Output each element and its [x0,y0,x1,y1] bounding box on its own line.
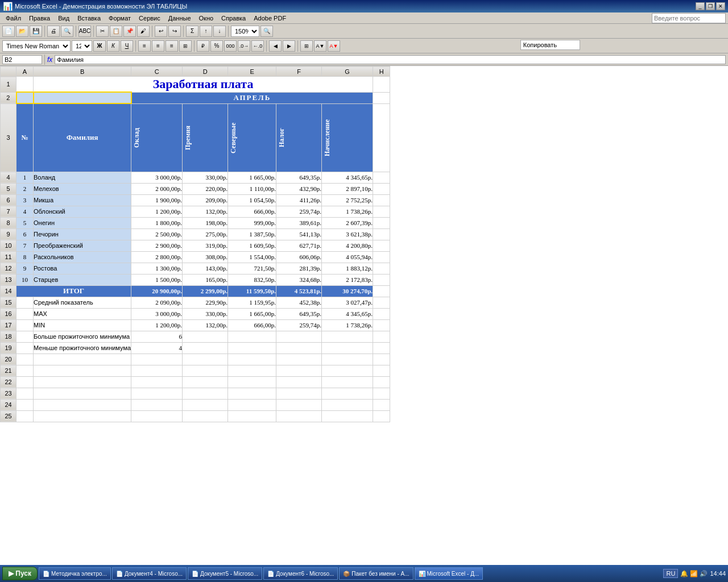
cell-E15[interactable]: 1 159,95р. [228,297,276,308]
taskbar-item-3[interactable]: 📄 Документ5 - Microso... [188,567,262,580]
menu-edit[interactable]: Правка [26,14,53,22]
font-select[interactable]: Times New Roman [2,40,71,52]
cell-itog-accrual[interactable]: 30 274,70р. [322,285,373,297]
cell-A16[interactable] [16,308,34,319]
row-header-11[interactable]: 11 [1,251,16,263]
cell-H5[interactable] [373,183,390,194]
row-header-2[interactable]: 2 [1,92,16,103]
cell-C18[interactable]: 6 [131,331,183,342]
cell-C16[interactable]: 3 000,00р. [131,308,183,319]
row-header-25[interactable]: 25 [1,410,16,422]
cell-D19[interactable] [183,342,228,354]
new-button[interactable]: 📄 [2,26,15,37]
cell-E11[interactable]: 1 554,00р. [228,251,276,263]
cell-C15[interactable]: 2 090,00р. [131,297,183,308]
preview-button[interactable]: 🔍 [61,26,73,37]
cell-D9[interactable]: 275,00р. [183,228,228,240]
cell-B12[interactable]: Ростова [34,263,131,274]
cell-G4[interactable]: 4 345,65р. [322,172,373,183]
cell-H11[interactable] [373,251,390,263]
cell-E5[interactable]: 1 110,00р. [228,183,276,194]
restore-button[interactable]: ❐ [706,2,715,10]
row-header-12[interactable]: 12 [1,263,16,274]
taskbar-item-1[interactable]: 📄 Методичка электро... [39,567,111,580]
cell-F16[interactable]: 649,35р. [276,308,322,319]
sort-desc[interactable]: ↓ [213,26,226,37]
row-header-7[interactable]: 7 [1,206,16,217]
help-search[interactable] [652,13,726,23]
cell-B10[interactable]: Преображенский [34,240,131,251]
merge-center[interactable]: ⊞ [179,40,192,52]
cell-F6[interactable]: 411,26р. [276,194,322,206]
col-header-B[interactable]: B [34,66,131,77]
row-header-13[interactable]: 13 [1,274,16,285]
cell-B16[interactable]: MAX [34,308,131,319]
cell-B18[interactable]: Больше прожиточного минимума [34,331,131,342]
cell-D7[interactable]: 132,00р. [183,206,228,217]
cell-F3-header[interactable]: Налог [276,103,322,172]
cell-C4[interactable]: 3 000,00р. [131,172,183,183]
currency-btn[interactable]: ₽ [197,40,209,52]
cell-E10[interactable]: 1 609,50р. [228,240,276,251]
cell-G15[interactable]: 3 027,47р. [322,297,373,308]
taskbar-item-2[interactable]: 📄 Документ4 - Microso... [112,567,187,580]
cell-F9[interactable]: 541,13р. [276,228,322,240]
cell-G18[interactable] [322,331,373,342]
menu-window[interactable]: Окно [196,14,217,22]
indent-inc[interactable]: ▶ [283,40,295,52]
row-header-18[interactable]: 18 [1,331,16,342]
cell-F11[interactable]: 606,06р. [276,251,322,263]
cell-A3[interactable]: № [16,103,34,172]
cell-D8[interactable]: 198,00р. [183,217,228,228]
cell-A11[interactable]: 8 [16,251,34,263]
cell-F10[interactable]: 627,71р. [276,240,322,251]
cut-button[interactable]: ✂ [96,26,109,37]
cell-D11[interactable]: 308,00р. [183,251,228,263]
close-button[interactable]: ✕ [716,2,725,10]
row-header-15[interactable]: 15 [1,297,16,308]
cell-B7[interactable]: Облонский [34,206,131,217]
cell-D10[interactable]: 319,00р. [183,240,228,251]
cell-G13[interactable]: 2 172,83р. [322,274,373,285]
menu-insert[interactable]: Вставка [74,14,104,22]
cell-F7[interactable]: 259,74р. [276,206,322,217]
cell-E16[interactable]: 1 665,00р. [228,308,276,319]
cell-B19[interactable]: Меньше прожиточного минимума [34,342,131,354]
cell-D5[interactable]: 220,00р. [183,183,228,194]
cell-D16[interactable]: 330,00р. [183,308,228,319]
cell-C7[interactable]: 1 200,00р. [131,206,183,217]
cell-B11[interactable]: Раскольников [34,251,131,263]
row-header-10[interactable]: 10 [1,240,16,251]
cell-G5[interactable]: 2 897,10р. [322,183,373,194]
undo-button[interactable]: ↩ [155,26,167,37]
cell-G8[interactable]: 2 607,39р. [322,217,373,228]
cell-A2[interactable] [16,92,34,103]
cell-H19[interactable] [373,342,390,354]
cell-F12[interactable]: 281,39р. [276,263,322,274]
row-header-4[interactable]: 4 [1,172,16,183]
cell-A4[interactable]: 1 [16,172,34,183]
row-header-1[interactable]: 1 [1,77,16,93]
cell-itog-salary[interactable]: 20 900,00р. [131,285,183,297]
cell-F13[interactable]: 324,68р. [276,274,322,285]
menu-file[interactable]: Файл [2,14,24,22]
cell-A18[interactable] [16,331,34,342]
italic-button[interactable]: К [107,40,119,52]
minimize-button[interactable]: _ [696,2,705,10]
menu-format[interactable]: Формат [105,14,134,22]
cell-H3[interactable] [373,103,390,172]
row-header-16[interactable]: 16 [1,308,16,319]
indent-dec[interactable]: ◀ [269,40,282,52]
cell-G9[interactable]: 3 621,38р. [322,228,373,240]
cell-H18[interactable] [373,331,390,342]
row-header-22[interactable]: 22 [1,376,16,388]
formula-input[interactable]: Фамилия [55,55,726,64]
cell-E13[interactable]: 832,50р. [228,274,276,285]
col-header-C[interactable]: C [131,66,183,77]
cell-D4[interactable]: 330,00р. [183,172,228,183]
cell-D15[interactable]: 229,90р. [183,297,228,308]
cell-F19[interactable] [276,342,322,354]
spell-button[interactable]: ABC [78,26,91,37]
cell-A8[interactable]: 5 [16,217,34,228]
open-button[interactable]: 📂 [16,26,28,37]
